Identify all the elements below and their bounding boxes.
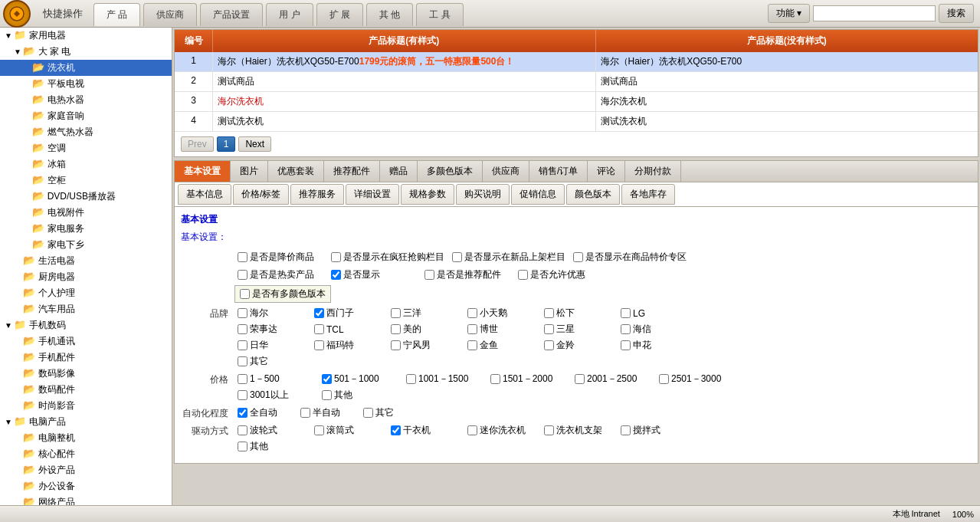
tree-item-5[interactable]: 📂 家庭音响 [0,108,172,124]
main-tab-6[interactable]: 供应商 [483,161,529,182]
func-button[interactable]: 功能 ▾ [768,4,810,23]
brand-checkbox-14[interactable] [391,340,401,350]
sub-tab-4[interactable]: 规格参数 [401,184,454,205]
brand-checkbox-3[interactable] [467,308,477,318]
brand-checkbox-1[interactable] [314,308,324,318]
sub-tab-0[interactable]: 基本信息 [178,184,231,205]
tree-item-3[interactable]: 📂 平板电视 [0,76,172,92]
prev-page-btn[interactable]: Prev [181,136,214,152]
brand-checkbox-9[interactable] [467,324,477,334]
brand-option-17[interactable]: 申花 [618,338,694,353]
tree-item-19[interactable]: 📂 手机通讯 [0,333,172,350]
brand-checkbox-13[interactable] [314,340,324,350]
tree-item-11[interactable]: 📂 电视附件 [0,205,172,221]
price-option-5[interactable]: 2501－3000 [656,372,740,386]
sub-tab-2[interactable]: 推荐服务 [290,184,344,205]
nav-tab-1[interactable]: 供应商 [143,3,197,26]
basic-option-1[interactable]: 是否显示在疯狂抢购栏目 [328,250,447,264]
checkbox-6[interactable] [424,270,434,280]
sub-tab-8[interactable]: 各地库存 [621,184,675,205]
brand-option-18[interactable]: 其它 [234,354,311,369]
main-tab-9[interactable]: 分期付款 [625,161,681,182]
brand-option-10[interactable]: 三星 [541,322,618,337]
brand-option-6[interactable]: 荣事达 [234,322,311,337]
brand-checkbox-10[interactable] [544,324,554,334]
price-option-1[interactable]: 501－1000 [319,372,403,386]
auto-option-1[interactable]: 半自动 [297,405,359,420]
tree-item-18[interactable]: ▼📁 手机数码 [0,317,172,333]
tree-item-14[interactable]: 📂 生活电器 [0,253,172,269]
nav-tab-5[interactable]: 其 他 [366,3,413,26]
brand-option-1[interactable]: 西门子 [311,306,388,320]
tree-item-16[interactable]: 📂 个人护理 [0,285,172,301]
drive-option-4[interactable]: 洗衣机支架 [541,423,618,438]
brand-option-5[interactable]: LG [618,306,694,320]
logo-button[interactable] [3,0,31,28]
brand-option-0[interactable]: 海尔 [234,306,311,320]
tree-item-2[interactable]: 📂 洗衣机 [0,60,172,76]
search-button-top[interactable]: 搜索 [939,4,974,23]
price-option-3[interactable]: 1501－2000 [487,372,572,386]
tree-item-12[interactable]: 📂 家电服务 [0,221,172,237]
price-option-6[interactable]: 3001以上 [234,388,319,402]
brand-checkbox-15[interactable] [467,340,477,350]
brand-option-16[interactable]: 金羚 [541,338,618,353]
brand-option-4[interactable]: 松下 [541,306,618,320]
checkbox-7[interactable] [518,270,528,280]
main-tab-2[interactable]: 优惠套装 [268,161,324,182]
brand-checkbox-7[interactable] [314,324,324,334]
price-option-7[interactable]: 其他 [319,388,403,402]
tree-item-24[interactable]: ▼📁 电脑产品 [0,414,172,430]
brand-checkbox-0[interactable] [238,308,247,318]
brand-checkbox-11[interactable] [621,324,631,334]
main-tab-5[interactable]: 多颜色版本 [418,161,483,182]
tree-item-13[interactable]: 📂 家电下乡 [0,237,172,253]
sub-tab-5[interactable]: 购买说明 [456,184,510,205]
tree-item-21[interactable]: 📂 数码影像 [0,366,172,382]
tree-item-22[interactable]: 📂 数码配件 [0,382,172,398]
tree-item-20[interactable]: 📂 手机配件 [0,350,172,366]
product-row-1[interactable]: 2测试商品测试商品 [175,72,978,92]
brand-option-3[interactable]: 小天鹅 [464,306,541,320]
main-tab-1[interactable]: 图片 [231,161,268,182]
main-tab-0[interactable]: 基本设置 [175,161,231,182]
drive-option-0[interactable]: 波轮式 [234,423,311,438]
brand-checkbox-12[interactable] [238,340,247,350]
brand-option-8[interactable]: 美的 [388,322,464,337]
tree-item-9[interactable]: 📂 空柜 [0,172,172,189]
price-option-4[interactable]: 2001－2500 [572,372,656,386]
brand-option-11[interactable]: 海信 [618,322,694,337]
auto-option-2[interactable]: 其它 [360,405,421,420]
checkbox-0[interactable] [238,252,247,262]
main-tab-8[interactable]: 评论 [588,161,625,182]
sub-tab-1[interactable]: 价格/标签 [233,184,289,205]
drive-option-5[interactable]: 搅拌式 [618,423,694,438]
basic-option-6[interactable]: 是否是推荐配件 [421,268,513,282]
basic-option-2[interactable]: 是否显示在新品上架栏目 [449,250,569,264]
next-page-btn[interactable]: Next [238,136,271,152]
brand-checkbox-5[interactable] [621,308,631,318]
drive-option-2[interactable]: 干衣机 [388,423,464,438]
search-input-top[interactable] [813,5,936,21]
tree-item-4[interactable]: 📂 电热水器 [0,92,172,108]
nav-tab-2[interactable]: 产品设置 [200,3,263,26]
checkbox-1[interactable] [331,252,341,262]
checkbox-8[interactable] [240,289,250,299]
brand-checkbox-4[interactable] [544,308,554,318]
tree-item-29[interactable]: 📂 网络产品 [0,494,172,505]
tree-item-27[interactable]: 📂 外设产品 [0,462,172,478]
tree-item-6[interactable]: 📂 燃气热水器 [0,124,172,140]
drive-option-6[interactable]: 其他 [234,439,311,454]
sub-tab-6[interactable]: 促销信息 [511,184,565,205]
product-row-2[interactable]: 3海尔洗衣机海尔洗衣机 [175,92,978,112]
tree-item-26[interactable]: 📂 核心配件 [0,446,172,462]
price-option-0[interactable]: 1－500 [234,372,319,386]
checkbox-2[interactable] [452,252,462,262]
main-tab-4[interactable]: 赠品 [380,161,418,182]
price-option-2[interactable]: 1001－1500 [403,372,487,386]
tree-item-0[interactable]: ▼📁 家用电器 [0,28,172,44]
brand-checkbox-6[interactable] [238,324,247,334]
sub-tab-7[interactable]: 颜色版本 [566,184,620,205]
tree-item-15[interactable]: 📂 厨房电器 [0,269,172,285]
product-row-3[interactable]: 4测试洗衣机测试洗衣机 [175,112,978,132]
